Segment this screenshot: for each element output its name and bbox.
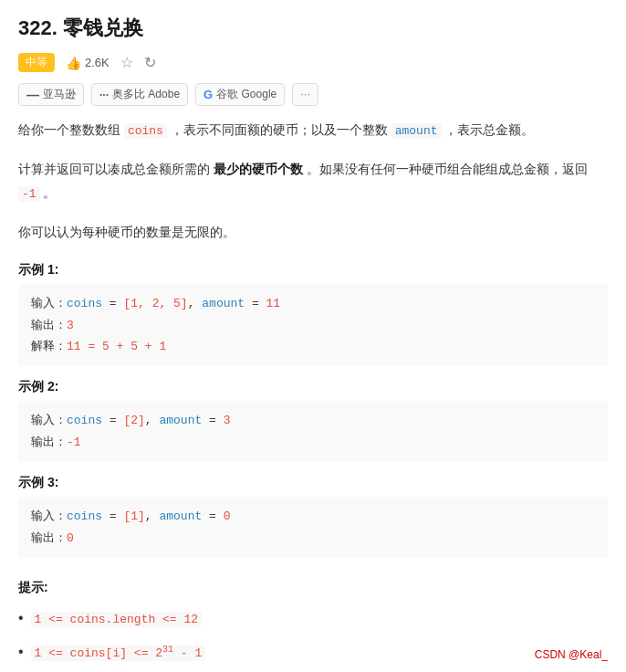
refresh-button[interactable]: ↻ (144, 54, 156, 71)
footer-brand: CSDN @Keal_ (535, 648, 608, 661)
amount-code-1: amount (391, 123, 442, 139)
example-1-input: 输入：coins = [1, 2, 5], amount = 11 (31, 293, 595, 314)
page-title: 322. 零钱兑换 (18, 15, 608, 42)
thumbup-icon: 👍 (66, 56, 81, 70)
minus1-code: -1 (18, 186, 40, 202)
highlight-text: 最少的硬币个数 (214, 162, 303, 176)
company-tag-google[interactable]: G 谷歌 Google (195, 83, 285, 106)
google-icon: G (203, 88, 213, 101)
example-3-input: 输入：coins = [1], amount = 0 (31, 506, 595, 527)
adobe-label: 奥多比 Adobe (112, 87, 180, 102)
tips-list: 1 <= coins.length <= 12 1 <= coins[i] <=… (18, 605, 608, 672)
more-companies-button[interactable]: ··· (292, 83, 318, 106)
tip-1-code: 1 <= coins.length <= 12 (31, 612, 202, 627)
adobe-dot: ··· (99, 89, 109, 101)
amazon-dot: — (26, 88, 39, 102)
description-1: 给你一个整数数组 coins ，表示不同面额的硬币；以及一个整数 amount … (18, 119, 608, 142)
example-2-output: 输出：-1 (31, 432, 595, 453)
example-3-block: 输入：coins = [1], amount = 0 输出：0 (18, 497, 608, 558)
description-3: 你可以认为每种硬币的数量是无限的。 (18, 221, 608, 244)
likes-count: 👍 2.6K (66, 56, 110, 70)
tip-1: 1 <= coins.length <= 12 (18, 605, 608, 630)
meta-row: 中等 👍 2.6K ☆ ↻ (18, 53, 608, 72)
example-1-title: 示例 1: (18, 262, 608, 278)
examples-section: 示例 1: 输入：coins = [1, 2, 5], amount = 11 … (18, 262, 608, 558)
tip-2-code: 1 <= coins[i] <= 231 - 1 (31, 646, 206, 661)
coins-code-1: coins (124, 123, 167, 139)
tip-2: 1 <= coins[i] <= 231 - 1 (18, 639, 608, 664)
company-tags: — 亚马逊 ··· 奥多比 Adobe G 谷歌 Google ··· (18, 83, 608, 106)
example-1-note: 解释：11 = 5 + 5 + 1 (31, 336, 595, 357)
example-3-title: 示例 3: (18, 475, 608, 491)
google-label: 谷歌 Google (216, 87, 276, 102)
company-tag-amazon[interactable]: — 亚马逊 (18, 83, 84, 106)
company-tag-adobe[interactable]: ··· 奥多比 Adobe (91, 83, 188, 106)
example-2-block: 输入：coins = [2], amount = 3 输出：-1 (18, 401, 608, 462)
tips-title: 提示: (18, 580, 608, 596)
example-1-output: 输出：3 (31, 315, 595, 336)
difficulty-badge: 中等 (18, 53, 55, 72)
amazon-label: 亚马逊 (43, 87, 76, 102)
description-2: 计算并返回可以凑成总金额所需的 最少的硬币个数 。如果没有任何一种硬币组合能组成… (18, 158, 608, 205)
example-1-block: 输入：coins = [1, 2, 5], amount = 11 输出：3 解… (18, 284, 608, 366)
star-button[interactable]: ☆ (120, 54, 133, 71)
example-3-output: 输出：0 (31, 528, 595, 549)
example-2-title: 示例 2: (18, 379, 608, 395)
example-2-input: 输入：coins = [2], amount = 3 (31, 410, 595, 431)
